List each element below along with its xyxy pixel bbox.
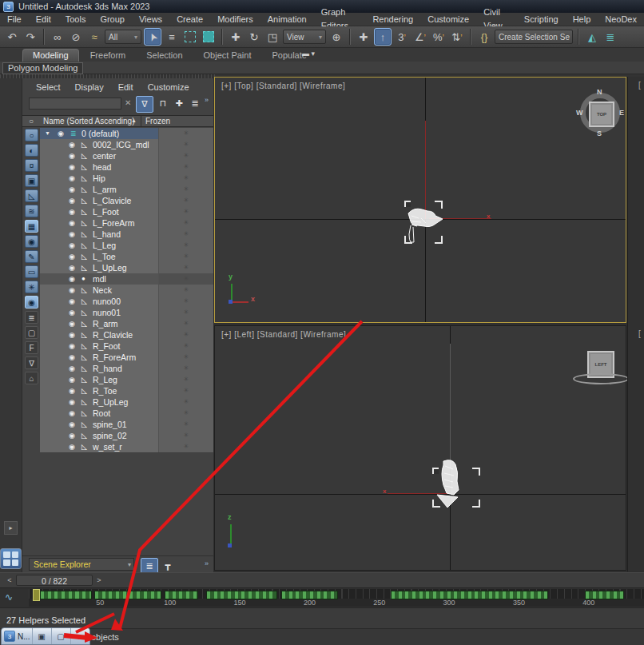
object-name[interactable]: R_arm [93,318,118,329]
object-name[interactable]: nuno00 [93,296,121,307]
table-row[interactable]: ◉ ◺ Root ✳ [40,408,213,419]
unlink-selection-button[interactable]: ⊘ [68,29,84,45]
display-filter-icon[interactable]: ∇ [25,356,38,369]
viewport-layout-tab-icon[interactable] [0,548,22,569]
keyframe-segment[interactable] [40,591,92,599]
object-name[interactable]: L_Clavicle [93,195,131,206]
menu-item[interactable]: Animation [260,13,314,26]
frozen-cell[interactable]: ✳ [158,229,213,240]
menu-item[interactable]: NeoDex [598,13,644,26]
display-filter-icon[interactable]: ◺ [25,189,38,202]
edit-named-selection-sets-button[interactable]: {} [476,29,492,45]
visibility-eye-icon[interactable]: ◉ [69,374,75,385]
object-name[interactable]: head [93,161,111,173]
percent-snap-toggle-button[interactable]: % [431,29,447,45]
object-name[interactable]: R_Leg [93,374,117,385]
frozen-cell[interactable]: ✳ [158,396,213,408]
minimize-window-button[interactable]: ▢ [51,628,70,644]
object-name[interactable]: Neck [93,285,112,296]
column-header-row[interactable]: ○ Name (Sorted Ascending) ▲ Frozen [22,115,213,127]
select-and-move-button[interactable]: ✚ [228,29,244,45]
use-pivot-point-center-button[interactable]: ⊕ [328,29,344,45]
visibility-eye-icon[interactable]: ◉ [69,251,75,262]
explorer-menu-item[interactable]: Select [29,82,68,92]
object-name[interactable]: R_ForeArm [93,352,136,363]
display-filter-icon[interactable]: ⌂ [25,372,38,384]
lock-explorer-button[interactable]: ⊓ [155,96,171,111]
rectangular-selection-region-button[interactable] [182,29,198,45]
panel-expand-button[interactable]: ▸ [4,521,18,535]
table-row[interactable]: ◉ ◺ R_hand ✳ [40,363,213,374]
frozen-cell[interactable]: ✳ [158,251,213,262]
angle-snap-toggle-button[interactable]: ∠ [412,29,428,45]
viewport-label[interactable]: [+] [Left] [Standard] [Wireframe] [221,330,346,339]
table-row[interactable]: ◉ ◺ L_ForeArm ✳ [40,217,213,229]
ribbon-overflow-icon[interactable]: ▬ ▾ [302,50,315,60]
frozen-cell[interactable]: ✳ [158,139,213,150]
visibility-eye-icon[interactable]: ◉ [69,340,75,352]
object-name[interactable]: R_Foot [93,340,120,352]
table-row[interactable]: ◉ ◺ L_Toe ✳ [40,251,213,262]
frozen-cell[interactable]: ✳ [158,385,213,396]
frozen-cell[interactable]: ✳ [158,285,213,296]
table-row[interactable]: ◉ ◺ R_Leg ✳ [40,374,213,385]
snap-3d-button[interactable]: 3 [394,29,410,45]
name-column-header[interactable]: Name (Sorted Ascending) [43,117,135,125]
select-and-scale-button[interactable]: ◳ [264,29,280,45]
clear-search-icon[interactable]: ✕ [125,98,131,107]
display-filter-icon[interactable]: ◉ [25,235,38,248]
reference-coordinate-system-dropdown[interactable]: View▾ [283,30,326,44]
ribbon-tab[interactable]: Modeling [22,49,79,62]
restore-window-button[interactable]: ▣ [32,628,51,644]
visibility-eye-icon[interactable]: ◉ [69,229,75,240]
footer-overflow-icon[interactable]: » [205,559,209,567]
visibility-eye-icon[interactable]: ◉ [69,441,75,452]
object-name[interactable]: w_set_r [93,441,122,452]
filter-funnel-button[interactable]: ∇ [136,96,153,113]
table-row[interactable]: ◉ ◺ R_UpLeg ✳ [40,396,213,408]
sort-by-hierarchy-button[interactable]: ┳ [160,558,176,573]
selection-filter-dropdown[interactable]: All▾ [105,30,141,44]
search-input[interactable] [29,98,121,109]
visibility-eye-icon[interactable]: ◉ [69,161,75,173]
object-name[interactable]: spine_02 [93,430,127,441]
select-column-icon[interactable]: ○ [29,117,34,125]
frozen-cell[interactable]: ✳ [158,307,213,318]
mirror-button[interactable]: ◭ [584,29,600,45]
viewcube-compass[interactable]: N E S W TOP [578,90,622,135]
menu-item[interactable]: Group [93,13,132,26]
object-name[interactable]: 0002_ICG_mdl [93,139,149,150]
table-row[interactable]: ◉ ◺ Hip ✳ [40,173,213,184]
layer-row[interactable]: ▼ ◉ ≣ 0 (default) ✳ [40,128,213,139]
menu-item[interactable]: Tools [58,13,93,26]
object-name[interactable]: center [93,150,116,161]
object-name[interactable]: R_hand [93,363,122,374]
table-row[interactable]: ◉ ◺ L_arm ✳ [40,184,213,195]
object-name[interactable]: Root [93,408,110,419]
display-filter-icon[interactable]: ▣ [25,174,38,187]
frozen-cell[interactable]: ✳ [158,128,213,139]
frozen-cell[interactable]: ✳ [158,352,213,363]
visibility-eye-icon[interactable]: ◉ [58,128,64,139]
object-name[interactable]: L_UpLeg [93,262,127,273]
table-row[interactable]: ◉ ◺ L_Clavicle ✳ [40,195,213,206]
visibility-eye-icon[interactable]: ◉ [69,318,75,329]
object-name[interactable]: spine_01 [93,419,127,430]
compass-south[interactable]: S [597,129,602,137]
table-row[interactable]: ◉ ◺ w_set_r ✳ [40,441,213,452]
table-row[interactable]: ◉ ◺ R_Clavicle ✳ [40,329,213,340]
table-row[interactable]: ◉ ◺ R_ForeArm ✳ [40,352,213,363]
ribbon-tab[interactable]: Freeform [81,50,136,62]
scene-explorer-selector[interactable]: Scene Explorer ▾ [29,558,134,571]
viewcube-face[interactable]: TOP [589,102,614,127]
frozen-cell[interactable]: ✳ [158,173,213,184]
column-divider[interactable] [141,116,141,126]
viewport-top[interactable]: x [+] [Top] [Standard] [Wireframe] N E S… [214,77,626,323]
compass-west[interactable]: W [576,109,583,117]
visibility-eye-icon[interactable]: ◉ [69,217,75,229]
display-filter-icon[interactable]: ▭ [25,265,38,278]
frozen-cell[interactable]: ✳ [158,206,213,217]
visibility-eye-icon[interactable]: ◉ [69,150,75,161]
display-filter-icon[interactable]: ¤ [25,159,38,172]
display-filter-icon[interactable]: F [25,341,38,354]
